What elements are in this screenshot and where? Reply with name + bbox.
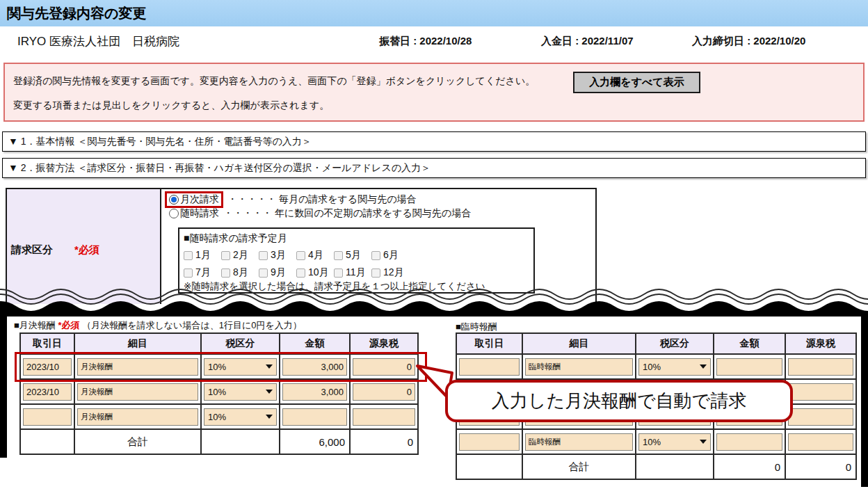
total-label: 合計 <box>522 454 636 479</box>
table-row: 10% <box>20 379 418 404</box>
total-amount: 6,000 <box>280 429 350 454</box>
month-checkbox[interactable] <box>184 251 193 260</box>
amount-input[interactable] <box>282 408 347 426</box>
header-row: 取引日 細目 税区分 金額 源泉税 <box>20 333 418 354</box>
date-input[interactable] <box>23 358 72 376</box>
month-label: 11月 <box>346 266 366 279</box>
month-label: 5月 <box>346 249 361 262</box>
month-checkbox[interactable] <box>259 268 268 278</box>
chevron-down-icon <box>266 364 273 369</box>
withholding-input[interactable] <box>788 358 853 376</box>
tax-value: 10% <box>643 437 661 447</box>
section-bar-basic-info[interactable]: ▼ 1．基本情報 ＜関与先番号・関与先名・住所・電話番号等の入力＞ <box>2 131 866 152</box>
billing-category-box: 請求区分 *必須 月次請求 ・・・・・ 毎月の請求をする関与先の場合 随時請求 … <box>6 188 597 304</box>
radio-monthly-billing[interactable] <box>169 195 179 205</box>
adhoc-billing-row: 随時請求 ・・・・・ 年に数回の不定期の請求をする関与先の場合 <box>165 207 471 220</box>
month-checkbox[interactable] <box>334 268 343 278</box>
month-checkbox[interactable] <box>296 251 305 260</box>
total-withholding: 0 <box>350 429 418 454</box>
detail-input[interactable] <box>525 358 633 376</box>
radio-adhoc-desc: ・・・・・ 年に数回の不定期の請求をする関与先の場合 <box>223 207 471 220</box>
tax-select[interactable]: 10% <box>204 358 277 376</box>
header-row: 取引日 細目 税区分 金額 源泉税 <box>456 333 856 354</box>
radio-dot-icon <box>171 197 177 202</box>
detail-input[interactable] <box>525 433 633 451</box>
month-checkbox[interactable] <box>259 251 268 260</box>
deposit-date: 入金日 : 2022/11/07 <box>541 35 634 48</box>
month-checkbox[interactable] <box>221 251 230 260</box>
col-header: 金額 <box>280 333 350 354</box>
month-label: 4月 <box>308 249 323 262</box>
table-row: 10% <box>456 354 856 379</box>
tax-value: 10% <box>208 362 226 372</box>
tax-select[interactable]: 10% <box>204 383 277 401</box>
detail-input[interactable] <box>77 358 198 376</box>
month-checkbox[interactable] <box>184 268 193 278</box>
month-label: 12月 <box>383 266 404 279</box>
amount-input[interactable] <box>282 383 347 401</box>
withholding-input[interactable] <box>353 358 415 376</box>
detail-input[interactable] <box>77 408 198 426</box>
adhoc-schedule-title: ■随時請求の請求予定月 <box>184 232 287 245</box>
monthly-billing-highlight: 月次請求 <box>165 191 223 208</box>
withholding-input[interactable] <box>353 408 415 426</box>
amount-input[interactable] <box>282 358 347 376</box>
month-label: 3月 <box>271 249 286 262</box>
month-label: 6月 <box>383 249 399 262</box>
col-header: 源泉税 <box>785 333 856 354</box>
adhoc-fee-title: ■臨時報酬 <box>456 321 497 333</box>
date-input[interactable] <box>459 358 520 376</box>
month-row-1: 1月 2月 3月 4月 5月 6月 <box>184 249 409 262</box>
withholding-input[interactable] <box>788 433 853 451</box>
notice-box: 登録済の関与先情報を変更する画面です。変更内容を入力のうえ、画面下の「登録」ボタ… <box>3 63 865 122</box>
monthly-fee-title: ■月決報酬 *必須 （月決報酬を請求しない場合は、1行目に0円を入力） <box>14 319 302 332</box>
detail-input[interactable] <box>77 383 198 401</box>
tax-select[interactable]: 10% <box>638 433 711 451</box>
required-badge: *必須 <box>58 320 79 330</box>
chevron-down-icon <box>700 364 707 369</box>
total-withholding: 0 <box>785 454 856 479</box>
date-input[interactable] <box>23 383 72 401</box>
billing-category-label: 請求区分 <box>11 243 53 257</box>
table-row: 10% <box>20 404 418 429</box>
date-input[interactable] <box>23 408 72 426</box>
torn-frame-left <box>0 314 7 458</box>
month-label: 1月 <box>195 249 211 262</box>
col-header: 税区分 <box>201 333 280 354</box>
month-checkbox[interactable] <box>296 268 305 278</box>
withholding-input[interactable] <box>788 383 853 401</box>
adhoc-fee-title-text: ■臨時報酬 <box>456 321 497 332</box>
table-row: 10% <box>20 354 418 379</box>
amount-input[interactable] <box>716 433 782 451</box>
month-checkbox[interactable] <box>371 268 380 278</box>
date-input[interactable] <box>459 433 520 451</box>
tax-select[interactable]: 10% <box>638 358 711 376</box>
tax-select[interactable]: 10% <box>204 408 277 426</box>
radio-adhoc-billing[interactable] <box>169 209 179 218</box>
chevron-down-icon <box>266 390 273 394</box>
month-checkbox[interactable] <box>221 268 230 278</box>
table-row: 10% <box>456 429 856 454</box>
show-all-fields-button[interactable]: 入力欄をすべて表示 <box>573 72 700 93</box>
withholding-input[interactable] <box>788 408 853 426</box>
col-header: 細目 <box>74 333 201 354</box>
col-header: 取引日 <box>456 333 522 354</box>
withholding-input[interactable] <box>353 383 415 401</box>
month-checkbox[interactable] <box>371 251 380 260</box>
tax-value: 10% <box>208 412 226 422</box>
month-row-2: 7月 8月 9月 10月 11月 12月 <box>184 266 409 279</box>
total-label: 合計 <box>74 429 201 454</box>
callout-bubble: 入力した月決報酬で自動で請求 <box>445 380 793 422</box>
col-header: 取引日 <box>20 333 74 354</box>
required-badge: *必須 <box>74 243 99 257</box>
notice-line-1: 登録済の関与先情報を変更する画面です。変更内容を入力のうえ、画面下の「登録」ボタ… <box>13 75 535 88</box>
monthly-fee-title-text: ■月決報酬 <box>14 320 56 330</box>
section-bar-transfer-method[interactable]: ▼ 2．振替方法 ＜請求区分・振替日・再振替・ハガキ送付区分の選択・メールアドレ… <box>2 158 866 178</box>
amount-input[interactable] <box>716 358 782 376</box>
monthly-fee-table: 取引日 細目 税区分 金額 源泉税 10% 10% 10% <box>19 332 419 455</box>
col-header: 細目 <box>522 333 636 354</box>
deadline-date: 入力締切日 : 2022/10/20 <box>692 35 805 48</box>
torn-page-separator <box>0 287 868 316</box>
monthly-fee-hint: （月決報酬を請求しない場合は、1行目に0円を入力） <box>82 320 302 330</box>
month-checkbox[interactable] <box>334 251 343 260</box>
